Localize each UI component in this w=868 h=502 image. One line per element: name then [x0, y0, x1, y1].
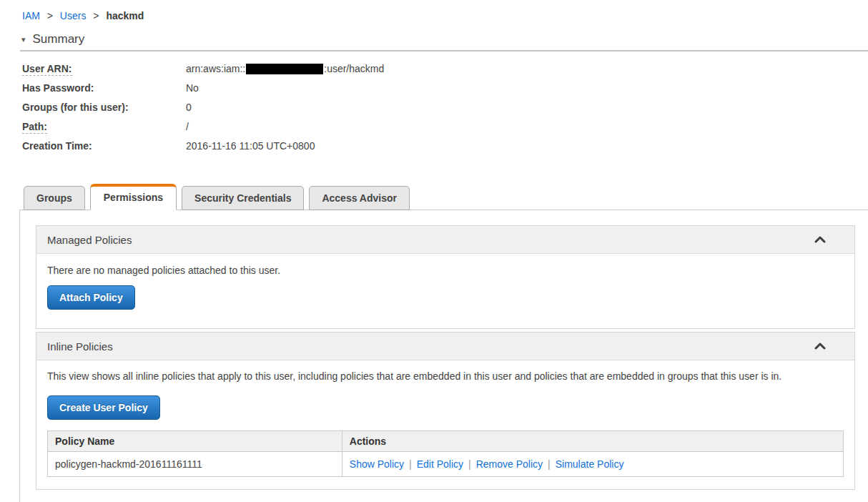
groups-label: Groups (for this user): — [22, 102, 186, 114]
breadcrumb-link-iam[interactable]: IAM — [22, 10, 40, 21]
creation-time-label: Creation Time: — [22, 140, 186, 152]
breadcrumb-current-user: hackmd — [106, 10, 144, 21]
managed-policies-empty-text: There are no managed policies attached t… — [47, 265, 844, 277]
summary-divider — [20, 50, 868, 51]
attach-policy-button[interactable]: Attach Policy — [47, 285, 135, 310]
tab-groups[interactable]: Groups — [24, 186, 85, 210]
field-row-user-arn: User ARN: arn:aws:iam:::user/hackmd — [22, 63, 868, 75]
breadcrumb-link-users[interactable]: Users — [60, 10, 87, 21]
policy-actions-cell: Show Policy|Edit Policy|Remove Policy|Si… — [342, 452, 843, 477]
summary-fields: User ARN: arn:aws:iam:::user/hackmd Has … — [22, 63, 868, 152]
tab-access-advisor[interactable]: Access Advisor — [309, 186, 410, 210]
action-separator: | — [409, 458, 412, 470]
simulate-policy-link[interactable]: Simulate Policy — [556, 458, 624, 470]
collapse-triangle-icon: ▾ — [21, 36, 26, 44]
user-arn-value: arn:aws:iam:::user/hackmd — [186, 63, 384, 75]
summary-section-toggle[interactable]: ▾ Summary — [21, 32, 164, 46]
inline-policies-title: Inline Policies — [47, 340, 113, 353]
inline-policies-table: Policy Name Actions policygen-hackmd-201… — [47, 430, 844, 477]
show-policy-link[interactable]: Show Policy — [350, 458, 404, 470]
chevron-up-icon[interactable] — [814, 343, 826, 350]
breadcrumb-separator: > — [47, 10, 53, 21]
action-separator: | — [548, 458, 551, 470]
breadcrumb-separator: > — [93, 10, 99, 21]
table-header-row: Policy Name Actions — [48, 431, 844, 452]
managed-policies-section: Managed Policies There are no managed po… — [36, 225, 855, 329]
remove-policy-link[interactable]: Remove Policy — [476, 458, 543, 470]
managed-policies-body: There are no managed policies attached t… — [36, 254, 854, 328]
chevron-up-icon[interactable] — [814, 236, 826, 243]
user-arn-label: User ARN: — [22, 63, 72, 76]
tab-permissions[interactable]: Permissions — [90, 184, 177, 210]
field-row-path: Path: / — [22, 121, 868, 133]
table-row: policygen-hackmd-201611161111 Show Polic… — [48, 452, 844, 477]
inline-policies-description: This view shows all inline policies that… — [47, 370, 844, 383]
inline-policies-body: This view shows all inline policies that… — [36, 360, 854, 489]
field-row-groups: Groups (for this user): 0 — [22, 102, 868, 114]
action-separator: | — [468, 458, 471, 470]
creation-time-value: 2016-11-16 11:05 UTC+0800 — [186, 140, 315, 152]
edit-policy-link[interactable]: Edit Policy — [417, 458, 463, 470]
tab-bar: Groups Permissions Security Credentials … — [24, 184, 868, 210]
breadcrumb: IAM > Users > hackmd — [0, 0, 868, 21]
managed-policies-header[interactable]: Managed Policies — [36, 226, 854, 254]
policy-name-cell: policygen-hackmd-201611161111 — [48, 452, 342, 477]
redacted-account-id — [246, 64, 323, 74]
inline-policies-section: Inline Policies This view shows all inli… — [36, 332, 855, 490]
policy-name-column-header: Policy Name — [48, 431, 342, 452]
create-user-policy-button[interactable]: Create User Policy — [47, 395, 160, 420]
field-row-creation-time: Creation Time: 2016-11-16 11:05 UTC+0800 — [22, 140, 868, 152]
has-password-value: No — [186, 82, 199, 94]
tab-content-panel: Managed Policies There are no managed po… — [19, 210, 868, 502]
has-password-label: Has Password: — [22, 82, 186, 94]
path-label: Path: — [22, 121, 47, 134]
inline-policies-header[interactable]: Inline Policies — [36, 333, 854, 360]
groups-value: 0 — [186, 102, 192, 114]
path-value: / — [186, 121, 189, 133]
summary-title: Summary — [33, 32, 85, 46]
actions-column-header: Actions — [342, 431, 843, 452]
tab-security-credentials[interactable]: Security Credentials — [182, 186, 304, 210]
field-row-has-password: Has Password: No — [22, 82, 868, 94]
managed-policies-title: Managed Policies — [47, 234, 132, 246]
